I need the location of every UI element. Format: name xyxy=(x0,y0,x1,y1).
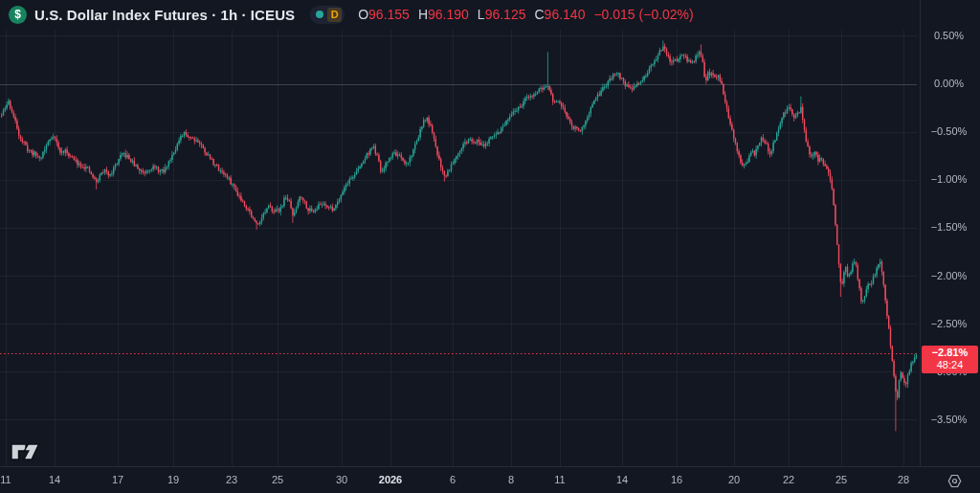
market-status-pill[interactable]: D xyxy=(310,6,345,24)
bar-countdown: 48:24 xyxy=(922,359,978,371)
chart-header: $ U.S. Dollar Index Futures · 1h · ICEUS… xyxy=(0,0,913,29)
daily-change-badge[interactable]: D xyxy=(327,8,342,22)
close-group: C96.140 xyxy=(534,7,585,22)
time-axis[interactable]: 1114171923253020266811141620222528 xyxy=(0,466,980,493)
price-axis[interactable]: 0.50%0.00%−0.50%−1.00%−1.50%−2.00%−2.50%… xyxy=(920,0,980,466)
tradingview-logo[interactable] xyxy=(10,440,42,463)
low-group: L96.125 xyxy=(478,7,526,22)
symbol-logo-icon[interactable]: $ xyxy=(9,6,27,24)
price-axis-label: −2.00% xyxy=(921,270,977,282)
time-axis-label: 8 xyxy=(508,474,514,486)
close-label: C xyxy=(534,7,544,22)
low-label: L xyxy=(478,7,485,22)
last-change-percent: −2.81% xyxy=(922,347,978,359)
open-group: O96.155 xyxy=(358,7,410,22)
ohlc-readout: O96.155 H96.190 L96.125 C96.140 −0.015 (… xyxy=(358,7,694,22)
time-axis-label: 23 xyxy=(226,474,237,486)
time-axis-label: 20 xyxy=(728,474,740,486)
open-label: O xyxy=(358,7,368,22)
time-axis-label: 22 xyxy=(783,474,794,486)
price-axis-label: 0.50% xyxy=(921,30,977,42)
time-axis-label: 17 xyxy=(112,474,123,486)
time-axis-settings-icon[interactable] xyxy=(947,473,963,489)
price-axis-label: −0.50% xyxy=(921,125,977,138)
time-axis-label: 14 xyxy=(616,474,628,486)
high-label: H xyxy=(418,7,428,22)
price-axis-label: −3.50% xyxy=(921,414,977,426)
time-axis-label: 11 xyxy=(554,474,565,486)
open-value: 96.155 xyxy=(368,7,410,22)
close-value: 96.140 xyxy=(545,7,586,22)
high-group: H96.190 xyxy=(418,7,469,22)
price-axis-label: −1.50% xyxy=(921,221,977,234)
time-axis-label: 14 xyxy=(49,474,60,486)
time-axis-label: 6 xyxy=(450,474,456,486)
dollar-glyph: $ xyxy=(14,8,21,21)
time-axis-label: 19 xyxy=(167,474,179,486)
time-axis-label: 16 xyxy=(671,474,682,486)
time-axis-label: 25 xyxy=(272,474,283,486)
high-value: 96.190 xyxy=(428,7,469,22)
time-axis-label: 30 xyxy=(336,474,347,486)
symbol-title[interactable]: U.S. Dollar Index Futures · 1h · ICEUS xyxy=(34,7,295,23)
candlestick-chart-canvas[interactable] xyxy=(0,0,980,493)
price-axis-label: −1.00% xyxy=(921,173,977,186)
time-axis-label: 25 xyxy=(835,474,847,486)
last-price-badge: −2.81% 48:24 xyxy=(922,346,978,373)
time-axis-label: 28 xyxy=(898,474,909,486)
price-axis-label: −2.50% xyxy=(921,318,977,330)
low-value: 96.125 xyxy=(485,7,526,22)
tradingview-chart-window: $ U.S. Dollar Index Futures · 1h · ICEUS… xyxy=(0,0,980,493)
price-axis-label: 0.00% xyxy=(921,78,977,90)
time-axis-label: 2026 xyxy=(379,474,402,486)
change-value: −0.015 (−0.02%) xyxy=(593,7,693,22)
time-axis-label: 11 xyxy=(0,474,11,486)
market-status-dot-icon xyxy=(316,11,323,18)
